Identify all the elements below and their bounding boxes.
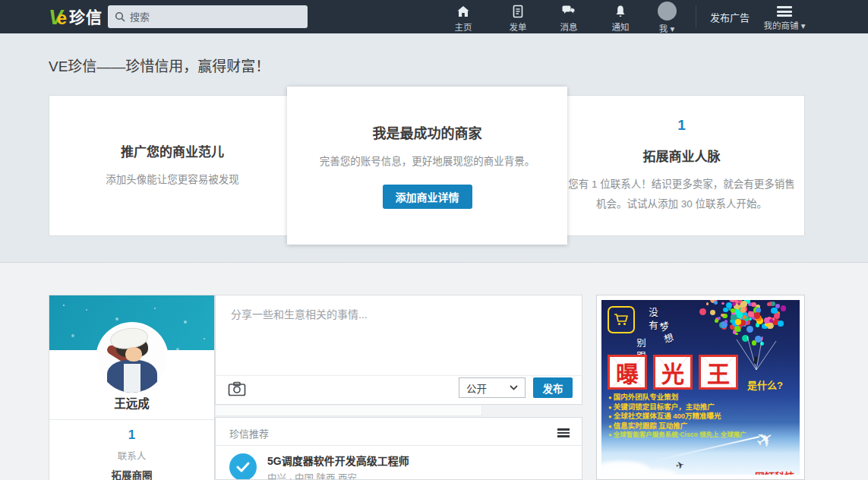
- contacts-count[interactable]: 1: [677, 117, 686, 134]
- logo-text: 珍信: [69, 8, 103, 26]
- search-input[interactable]: [130, 11, 301, 23]
- nav-item-notifications[interactable]: 通知: [599, 3, 642, 33]
- constellation-decor: [63, 305, 65, 306]
- ad-headline-char: 曝: [608, 355, 647, 390]
- ad-bullet: 关键词锁定目标客户，主动推广: [608, 403, 798, 412]
- page: Ve珍信 主页 发单 消息: [0, 0, 868, 480]
- profile-card: 王远成 1 联系人 拓展商圈: [49, 295, 215, 480]
- promo-card-title: 我是最成功的商家: [373, 122, 482, 142]
- add-photo-button[interactable]: [228, 380, 248, 398]
- nav-item-home[interactable]: 主页: [442, 3, 485, 33]
- expand-network-link[interactable]: 拓展商圈: [49, 467, 214, 480]
- contacts-stat[interactable]: 1 联系人 拓展商圈: [49, 428, 214, 480]
- balloon-strings: [735, 336, 781, 371]
- promo-card-subtitle: 您有 1 位联系人！结识更多卖家，就会有更多销售机会。试试从添加 30 位联系人…: [568, 175, 795, 213]
- job-title[interactable]: 5G调度器软件开发高级工程师: [267, 453, 409, 468]
- promo-card-title: 拓展商业人脉: [643, 146, 721, 165]
- search-box[interactable]: [108, 5, 308, 28]
- ad-headline-char: 光: [653, 355, 693, 390]
- visibility-value: 公开: [466, 381, 487, 396]
- nav-label: 主页: [442, 21, 485, 33]
- contrail-decor: [647, 436, 760, 463]
- promo-card-subtitle: 添加头像能让您更容易被发现: [106, 170, 239, 190]
- verified-check-icon: [229, 453, 257, 480]
- camera-icon: [228, 381, 246, 396]
- hero-section: VE珍信——珍惜信用，赢得财富！ 推广您的商业范儿 添加头像能让您更容易被发现 …: [0, 33, 868, 263]
- me-avatar: [658, 2, 677, 21]
- divider: [216, 445, 582, 446]
- chat-icon: [548, 3, 590, 19]
- contacts-label: 联系人: [49, 448, 214, 463]
- ad-bullet: 信息实时跟踪 互动推广: [608, 422, 798, 431]
- top-navbar: Ve珍信 主页 发单 消息: [0, 0, 868, 33]
- caret-down-icon: ▾: [801, 21, 806, 30]
- recommendations-card: 珍信推荐 5G调度器软件开发高级工程师 中兴 · 中国 陕西 西安: [215, 417, 582, 480]
- nav-label: 我 ▾: [645, 22, 688, 34]
- chevron-down-icon: [510, 385, 518, 390]
- add-business-details-button[interactable]: 添加商业详情: [383, 185, 472, 209]
- document-icon: [497, 3, 539, 19]
- profile-name[interactable]: 王远成: [49, 394, 214, 411]
- publish-button[interactable]: 发布: [533, 377, 573, 398]
- airplane-icon: ✈: [674, 459, 685, 472]
- my-shop-label: 我的商铺 ▾: [762, 19, 807, 31]
- logo-e: e: [57, 8, 67, 28]
- promo-card-avatar: 推广您的商业范儿 添加头像能让您更容易被发现: [49, 95, 296, 236]
- contacts-count[interactable]: 1: [49, 428, 214, 443]
- sidebar-ad[interactable]: 没有 梦想 别跟来 曝 光 王 是什么? 国内外团队专业策划 关键词锁定目标客户…: [596, 295, 805, 480]
- ad-bullet: 国内外团队专业策划: [608, 393, 798, 403]
- home-icon: [442, 3, 485, 19]
- my-shop-menu[interactable]: 我的商铺 ▾: [762, 4, 807, 31]
- navbar-divider: [696, 5, 696, 28]
- publish-ad-link[interactable]: 发布广告: [710, 10, 750, 24]
- bell-icon: [599, 3, 642, 19]
- composer-shadow-strip: [215, 406, 482, 416]
- post-composer: 公开 发布: [215, 295, 582, 405]
- composer-input[interactable]: [231, 306, 565, 371]
- ad-brand: 网钰科技: [755, 469, 794, 475]
- promo-card-subtitle: 完善您的账号信息，更好地展现您的商业背景。: [320, 152, 535, 172]
- page-title: VE珍信——珍惜信用，赢得财富！: [49, 55, 270, 75]
- recommendations-header: 珍信推荐: [229, 426, 269, 441]
- ad-headline-char: 王: [699, 355, 738, 390]
- promo-card-business: 我是最成功的商家 完善您的账号信息，更好地展现您的商业背景。 添加商业详情: [287, 87, 567, 245]
- nav-item-me[interactable]: 我 ▾: [645, 3, 688, 34]
- ad-banner: 没有 梦想 别跟来 曝 光 王 是什么? 国内外团队专业策划 关键词锁定目标客户…: [601, 300, 800, 475]
- search-icon: [115, 11, 125, 22]
- nav-label: 发单: [497, 21, 539, 33]
- caret-down-icon: ▾: [670, 24, 674, 33]
- promo-card-contacts: 1 拓展商业人脉 您有 1 位联系人！结识更多卖家，就会有更多销售机会。试试从添…: [558, 95, 805, 236]
- menu-icon[interactable]: [557, 428, 570, 439]
- job-meta: 中兴 · 中国 陕西 西安: [267, 470, 357, 480]
- nav-label: 通知: [599, 21, 642, 33]
- promo-card-title: 推广您的商业范儿: [121, 141, 224, 160]
- shop-cart-icon: [608, 306, 635, 333]
- ad-bullet: 全球社交媒体互通 400万精准曝光: [608, 412, 798, 422]
- nav-item-orders[interactable]: 发单: [497, 3, 539, 33]
- avatar-image[interactable]: [98, 324, 166, 393]
- nav-label: 消息: [548, 21, 590, 33]
- nav-item-messages[interactable]: 消息: [548, 3, 590, 33]
- hamburger-icon: [777, 6, 792, 17]
- visibility-select[interactable]: 公开: [459, 377, 526, 398]
- logo[interactable]: Ve珍信: [49, 5, 103, 30]
- cloud-decor: [632, 469, 677, 475]
- divider: [49, 419, 214, 420]
- ad-headline-suffix: 是什么?: [747, 377, 783, 392]
- divider: [216, 375, 582, 376]
